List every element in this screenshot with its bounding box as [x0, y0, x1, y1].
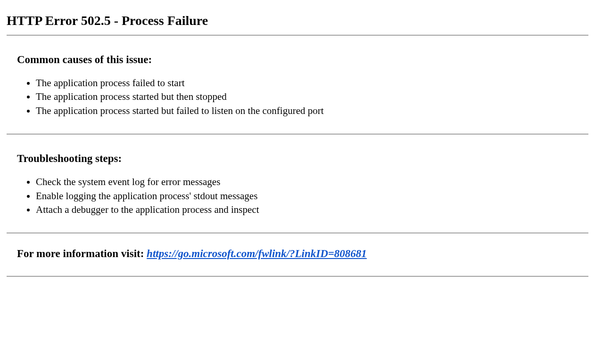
- list-item: The application process started but then…: [36, 90, 578, 104]
- list-item: The application process failed to start: [36, 76, 578, 90]
- list-item: Attach a debugger to the application pro…: [36, 203, 578, 217]
- troubleshooting-heading: Troubleshooting steps:: [17, 153, 578, 165]
- more-info-section: For more information visit: https://go.m…: [7, 233, 588, 277]
- more-info-label: For more information visit:: [17, 248, 147, 259]
- troubleshooting-list: Check the system event log for error mes…: [25, 175, 578, 217]
- causes-list: The application process failed to start …: [25, 76, 578, 118]
- list-item: Enable logging the application process' …: [36, 189, 578, 203]
- more-info-line: For more information visit: https://go.m…: [17, 248, 578, 260]
- list-item: The application process started but fail…: [36, 104, 578, 118]
- list-item: Check the system event log for error mes…: [36, 175, 578, 189]
- causes-heading: Common causes of this issue:: [17, 54, 578, 66]
- page-title: HTTP Error 502.5 - Process Failure: [7, 13, 588, 28]
- troubleshooting-section: Troubleshooting steps: Check the system …: [7, 134, 588, 233]
- more-info-link[interactable]: https://go.microsoft.com/fwlink/?LinkID=…: [147, 248, 367, 259]
- causes-section: Common causes of this issue: The applica…: [7, 35, 588, 134]
